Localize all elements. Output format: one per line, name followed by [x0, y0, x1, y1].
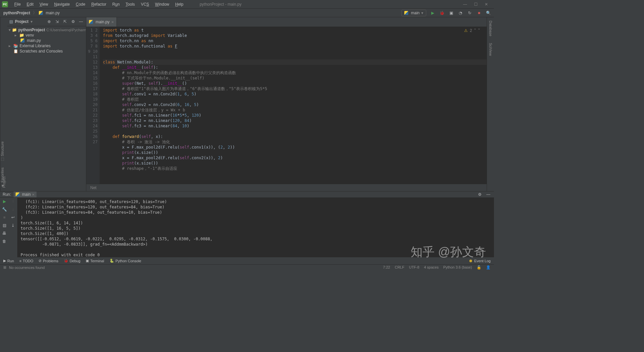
chevron-down-icon: ▾	[9, 28, 11, 32]
down-arrow-icon[interactable]: ↓	[12, 207, 14, 212]
editor-body[interactable]: 1 2 3 4 5 6 7 8 9 10 11 12 13 14 15 16 1…	[86, 27, 487, 184]
menu-refactor[interactable]: Refactor	[88, 1, 109, 7]
bottom-tab-debug[interactable]: 🐞 Debug	[64, 259, 80, 263]
status-line-sep[interactable]: CRLF	[395, 265, 404, 270]
editor-breadcrumb-context: Net	[90, 185, 97, 190]
library-icon: 📚	[13, 44, 18, 48]
bottom-tab-run[interactable]: ▶ Run	[3, 259, 14, 263]
locate-icon[interactable]: ⊕	[46, 19, 52, 24]
hide-panel-icon[interactable]: —	[485, 191, 491, 197]
close-button[interactable]: ✕	[484, 2, 489, 7]
breadcrumb-file[interactable]: main.py	[45, 10, 60, 16]
menu-file[interactable]: File	[11, 1, 24, 7]
line-gutter[interactable]: 1 2 3 4 5 6 7 8 9 10 11 12 13 14 15 16 1…	[86, 27, 100, 184]
maximize-button[interactable]: ☐	[473, 2, 478, 7]
close-tab-icon[interactable]: ✕	[32, 193, 35, 196]
trash-icon[interactable]: 🗑	[2, 239, 6, 244]
run-output[interactable]: (fc1): Linear(in_features=400, out_featu…	[17, 198, 494, 259]
wrench-icon[interactable]: 🔧	[2, 207, 7, 212]
right-tab-database[interactable]: Database	[489, 21, 493, 36]
menu-help[interactable]: Help	[172, 1, 187, 7]
run-coverage-button[interactable]: ▣	[448, 10, 454, 16]
editor-inspection-status[interactable]: ⚠ 2 ˄ ˅	[464, 28, 480, 33]
soft-wrap-icon[interactable]: ↩	[11, 215, 15, 220]
expand-down-icon[interactable]: ˅	[478, 28, 480, 33]
status-interpreter[interactable]: Python 3.6 (base)	[443, 265, 472, 270]
chevron-right-icon: ▸	[9, 44, 12, 48]
editor-tab-main[interactable]: main.py ✕	[86, 17, 117, 27]
tool-window-icon[interactable]: ⊞	[3, 265, 6, 270]
breadcrumb-project[interactable]: pythonProject	[3, 10, 31, 16]
folder-icon: 📁	[19, 33, 24, 38]
minimize-button[interactable]: —	[463, 2, 467, 7]
bottom-tab-terminal[interactable]: ▣ Terminal	[86, 259, 104, 263]
left-tab-favorites[interactable]: ★ Favorites	[0, 168, 4, 188]
status-encoding[interactable]: UTF-8	[409, 265, 419, 270]
python-file-icon	[16, 192, 20, 196]
hide-panel-icon[interactable]: —	[78, 19, 84, 24]
profile-button[interactable]: ◔	[457, 10, 463, 16]
menu-navigate[interactable]: Navigate	[51, 1, 73, 7]
inspection-icon[interactable]: 👤	[486, 265, 491, 270]
close-tab-icon[interactable]: ✕	[111, 20, 114, 24]
print-icon[interactable]: 🖶	[2, 231, 6, 236]
search-everywhere-button[interactable]: 🔍	[485, 10, 491, 16]
warning-count: 2	[470, 28, 472, 33]
editor: main.py ✕ 1 2 3 4 5 6 7 8 9 10 11 12 13 …	[86, 17, 487, 191]
project-tool-window: ▤ Project ▾ ⊕ ⇲ ⇱ ⚙ — ▾ 📁 pythonProject …	[7, 17, 86, 191]
tree-root[interactable]: ▾ 📁 pythonProject C:\Users\wenqi\Pycharm…	[7, 27, 86, 33]
chevron-down-icon: ▾	[421, 11, 423, 15]
bottom-tab-problems[interactable]: ⊘ Problems	[39, 259, 58, 263]
menu-run[interactable]: Run	[109, 1, 122, 7]
up-arrow-icon[interactable]: ↑	[12, 199, 14, 204]
left-tool-gutter-bottom: ★ Favorites ⬚ Structure	[0, 17, 7, 191]
menu-window[interactable]: Window	[152, 1, 172, 7]
chevron-down-icon[interactable]: ▾	[31, 19, 33, 24]
run-config-selector[interactable]: main ▾	[401, 10, 426, 16]
tree-venv-label: venv	[26, 33, 34, 38]
tree-ext-label: External Libraries	[20, 44, 50, 48]
project-view-icon: ▤	[9, 19, 13, 24]
menu-tools[interactable]: Tools	[122, 1, 138, 7]
rerun-button[interactable]: ▶	[3, 199, 6, 204]
layout-icon[interactable]: ▤	[3, 223, 6, 228]
run-tab-main[interactable]: main ✕	[14, 191, 37, 197]
gear-icon[interactable]: ⚙	[477, 191, 483, 197]
status-indent[interactable]: 4 spaces	[424, 265, 439, 270]
tree-ext-libs[interactable]: ▸ 📚 External Libraries	[7, 43, 86, 49]
lock-icon[interactable]: 🔓	[477, 265, 481, 270]
bottom-tab-todo[interactable]: ≡ TODO	[19, 259, 33, 263]
menu-view[interactable]: View	[37, 1, 51, 7]
right-tab-sciview[interactable]: SciView	[489, 43, 493, 56]
project-panel-title[interactable]: Project	[15, 19, 29, 24]
debug-button[interactable]: 🐞	[439, 10, 445, 16]
collapse-all-icon[interactable]: ⇱	[62, 19, 68, 24]
run-tool-window: Run: main ✕ ⚙ — ▶ 🔧 ■ ▤ 🖶 🗑 ↑ ↓ ↩ ⤓ (fc1…	[0, 191, 494, 257]
expand-up-icon[interactable]: ˄	[474, 28, 476, 33]
breadcrumb: pythonProject 〉 main.py	[3, 10, 60, 16]
status-position[interactable]: 7:22	[383, 265, 390, 270]
navbar: pythonProject 〉 main.py main ▾ ▶ 🐞 ▣ ◔ ↻…	[0, 9, 494, 17]
left-tab-structure[interactable]: ⬚ Structure	[0, 141, 4, 162]
statusbar: ⊞ No occurrences found 7:22 CRLF UTF-8 4…	[0, 264, 494, 270]
expand-all-icon[interactable]: ⇲	[54, 19, 60, 24]
run-button[interactable]: ▶	[430, 10, 436, 16]
python-file-icon	[39, 11, 43, 15]
bottom-tab-event-log[interactable]: Event Log	[474, 259, 491, 263]
python-file-icon	[404, 11, 408, 15]
menu-vcs[interactable]: VCS	[138, 1, 152, 7]
tree-main-file[interactable]: main.py	[7, 38, 86, 43]
concurrency-button[interactable]: ↻	[467, 10, 473, 16]
tree-scratches[interactable]: 📋 Scratches and Consoles	[7, 49, 86, 54]
menu-edit[interactable]: Edit	[24, 1, 37, 7]
stop-button[interactable]: ■	[3, 215, 5, 220]
code-area[interactable]: import torch as t from torch.autograd im…	[100, 27, 487, 184]
tree-venv[interactable]: ▸ 📁 venv	[7, 33, 86, 38]
menu-code[interactable]: Code	[73, 1, 88, 7]
editor-breadcrumb[interactable]: Net	[86, 184, 487, 191]
stop-button[interactable]: ■	[476, 10, 482, 16]
scroll-end-icon[interactable]: ⤓	[11, 223, 15, 228]
bottom-tab-python-console[interactable]: 🐍 Python Console	[110, 259, 141, 263]
gear-icon[interactable]: ⚙	[70, 19, 76, 24]
chevron-right-icon: ▸	[15, 33, 18, 38]
